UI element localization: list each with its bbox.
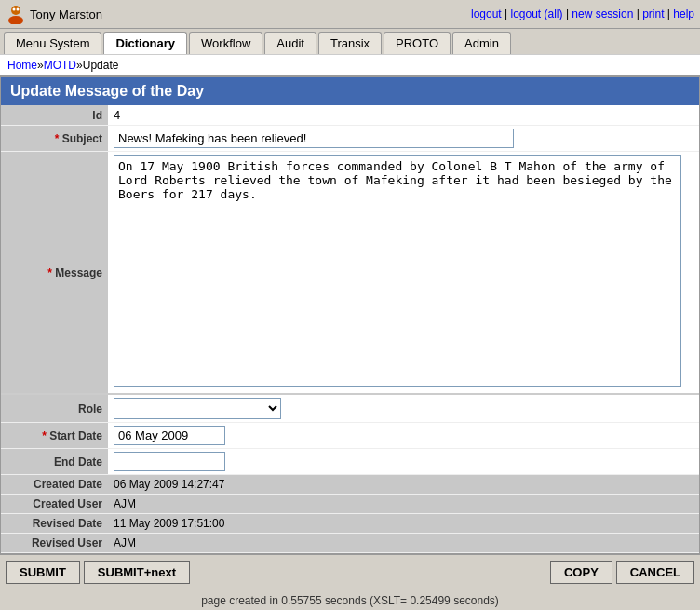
svg-point-0 xyxy=(11,6,20,15)
print-link[interactable]: print xyxy=(642,7,664,20)
breadcrumb: Home»MOTD»Update xyxy=(0,54,700,76)
id-value: 4 xyxy=(108,105,699,126)
end-date-label: End Date xyxy=(1,449,108,475)
subject-value-cell xyxy=(108,126,699,152)
tab-audit[interactable]: Audit xyxy=(264,32,316,54)
created-date-value: 06 May 2009 14:27:47 xyxy=(108,475,699,495)
id-row: Id 4 xyxy=(1,105,699,126)
role-select[interactable] xyxy=(114,398,281,419)
top-links: logout | logout (all) | new session | pr… xyxy=(471,7,694,20)
right-buttons: COPY CANCEL xyxy=(550,561,694,584)
start-date-required-star: * xyxy=(42,429,47,442)
created-user-row: Created User AJM xyxy=(1,495,699,514)
revised-date-value: 11 May 2009 17:51:00 xyxy=(108,514,699,534)
subject-row: * Subject xyxy=(1,126,699,152)
created-user-value: AJM xyxy=(108,495,699,514)
end-date-input[interactable] xyxy=(114,452,225,471)
revised-date-row: Revised Date 11 May 2009 17:51:00 xyxy=(1,514,699,534)
end-date-row: End Date xyxy=(1,449,699,475)
nav-tabs: Menu System Dictionary Workflow Audit Tr… xyxy=(0,29,700,54)
role-row: Role xyxy=(1,394,699,423)
logout-all-link[interactable]: logout (all) xyxy=(511,7,563,20)
message-label: * Message xyxy=(1,152,108,395)
tab-transix[interactable]: Transix xyxy=(318,32,382,54)
start-date-value-cell xyxy=(108,423,699,449)
subject-required-star: * xyxy=(55,132,60,145)
tab-proto[interactable]: PROTO xyxy=(384,32,451,54)
start-date-row: * Start Date xyxy=(1,423,699,449)
tab-dictionary[interactable]: Dictionary xyxy=(103,32,187,54)
start-date-input[interactable] xyxy=(114,426,225,445)
breadcrumb-motd[interactable]: MOTD xyxy=(44,59,76,72)
message-value-cell: On 17 May 1900 British forces commanded … xyxy=(108,152,699,395)
copy-button[interactable]: COPY xyxy=(550,561,612,584)
action-bar: SUBMIT SUBMIT+next COPY CANCEL xyxy=(0,554,700,590)
message-textarea-wrapper: On 17 May 1900 British forces commanded … xyxy=(114,155,693,390)
tab-admin[interactable]: Admin xyxy=(452,32,511,54)
subject-label: * Subject xyxy=(1,126,108,152)
svg-point-2 xyxy=(13,8,16,11)
top-bar: Tony Marston logout | logout (all) | new… xyxy=(0,0,700,29)
cancel-button[interactable]: CANCEL xyxy=(616,561,694,584)
breadcrumb-home[interactable]: Home xyxy=(7,59,37,72)
message-required-star: * xyxy=(47,266,52,279)
logout-link[interactable]: logout xyxy=(471,7,502,20)
created-date-row: Created Date 06 May 2009 14:27:47 xyxy=(1,475,699,495)
tab-workflow[interactable]: Workflow xyxy=(189,32,262,54)
subject-input[interactable] xyxy=(114,129,514,148)
footer-timing: page created in 0.55755 seconds (XSLT= 0… xyxy=(0,590,700,610)
created-date-label: Created Date xyxy=(1,475,108,495)
id-label: Id xyxy=(1,105,108,126)
submit-next-button[interactable]: SUBMIT+next xyxy=(84,561,190,584)
revised-user-label: Revised User xyxy=(1,534,108,553)
main-content: Update Message of the Day Id 4 * Subject… xyxy=(0,76,700,554)
help-link[interactable]: help xyxy=(673,7,694,20)
role-value-cell xyxy=(108,394,699,423)
svg-point-1 xyxy=(8,16,23,24)
breadcrumb-current: Update xyxy=(83,59,119,72)
created-user-label: Created User xyxy=(1,495,108,514)
start-date-label: * Start Date xyxy=(1,423,108,449)
new-session-link[interactable]: new session xyxy=(572,7,633,20)
page-title: Update Message of the Day xyxy=(1,77,699,105)
submit-button[interactable]: SUBMIT xyxy=(6,561,80,584)
revised-date-label: Revised Date xyxy=(1,514,108,534)
revised-user-value: AJM xyxy=(108,534,699,553)
user-icon xyxy=(6,4,26,24)
username: Tony Marston xyxy=(30,7,102,21)
message-textarea[interactable]: On 17 May 1900 British forces commanded … xyxy=(114,155,681,387)
form-table: Id 4 * Subject * Message On 17 May 1900 … xyxy=(1,105,699,553)
tab-menu-system[interactable]: Menu System xyxy=(4,32,101,54)
user-info: Tony Marston xyxy=(6,4,102,24)
revised-user-row: Revised User AJM xyxy=(1,534,699,553)
end-date-value-cell xyxy=(108,449,699,475)
svg-point-3 xyxy=(17,8,20,11)
role-label: Role xyxy=(1,394,108,423)
message-row: * Message On 17 May 1900 British forces … xyxy=(1,152,699,395)
